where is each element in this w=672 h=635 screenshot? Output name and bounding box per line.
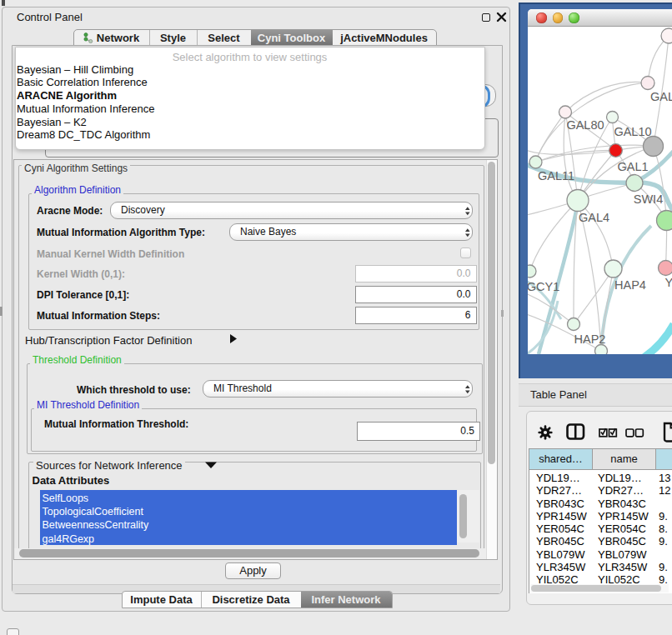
svg-text:GAL4: GAL4 xyxy=(579,211,609,224)
svg-text:GCY1: GCY1 xyxy=(528,280,559,293)
svg-text:HAP2: HAP2 xyxy=(574,332,606,345)
svg-text:GAL11: GAL11 xyxy=(538,168,574,182)
svg-text:Y: Y xyxy=(665,276,672,289)
svg-text:GAL80: GAL80 xyxy=(566,118,604,132)
svg-text:SWI4: SWI4 xyxy=(634,192,663,206)
svg-text:GAL1: GAL1 xyxy=(617,159,648,172)
svg-text:GAL10: GAL10 xyxy=(614,125,651,138)
svg-text:HAP4: HAP4 xyxy=(614,278,646,292)
svg-text:GAL7: GAL7 xyxy=(650,90,672,103)
